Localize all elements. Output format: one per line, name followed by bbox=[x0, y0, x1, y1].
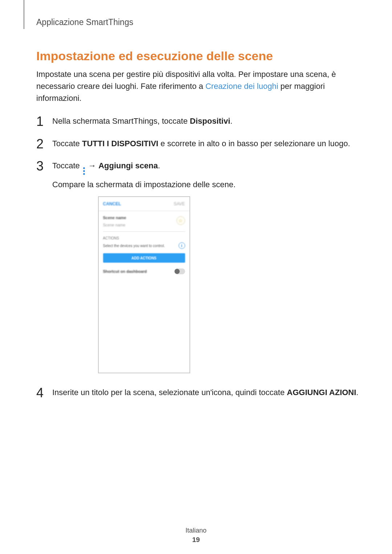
step-body: Nella schermata SmartThings, toccate Dis… bbox=[52, 114, 232, 127]
more-options-icon bbox=[83, 167, 85, 175]
step-number: 3 bbox=[36, 159, 52, 173]
step-1: 1 Nella schermata SmartThings, toccate D… bbox=[36, 114, 359, 129]
step4-text-a: Inserite un titolo per la scena, selezio… bbox=[52, 388, 287, 397]
phone-header: CANCEL SAVE bbox=[99, 197, 189, 211]
toggle-knob bbox=[175, 269, 180, 274]
step3-text-c: . bbox=[158, 161, 160, 170]
page-footer: Italiano 19 bbox=[0, 527, 392, 544]
step-number: 2 bbox=[36, 137, 52, 151]
footer-language: Italiano bbox=[0, 527, 392, 534]
step2-text-c: e scorrete in alto o in basso per selezi… bbox=[158, 139, 350, 148]
phone-cancel-button[interactable]: CANCEL bbox=[103, 201, 121, 207]
toggle-switch[interactable] bbox=[174, 268, 185, 274]
step1-text-a: Nella schermata SmartThings, toccate bbox=[52, 116, 190, 126]
step-number: 4 bbox=[36, 386, 52, 400]
margin-rule bbox=[24, 0, 24, 29]
phone-add-actions-button[interactable]: ADD ACTIONS bbox=[103, 253, 185, 263]
intro-paragraph: Impostate una scena per gestire più disp… bbox=[36, 68, 359, 104]
step3-bold: Aggiungi scena bbox=[98, 161, 158, 170]
step-body: Toccate → Aggiungi scena. Compare la sch… bbox=[52, 159, 236, 373]
phone-scene-name-section: Scene name Scene name ☆ bbox=[99, 211, 189, 230]
step-3: 3 Toccate → Aggiungi scena. Compare la s… bbox=[36, 159, 359, 373]
step-2: 2 Toccate TUTTI I DISPOSITIVI e scorrete… bbox=[36, 137, 359, 151]
phone-select-devices-row: Select the devices you want to control. … bbox=[99, 242, 189, 250]
step-body: Toccate TUTTI I DISPOSITIVI e scorrete i… bbox=[52, 137, 350, 149]
info-icon[interactable]: i bbox=[179, 242, 185, 249]
phone-save-button[interactable]: SAVE bbox=[173, 201, 185, 207]
page-number: 19 bbox=[0, 536, 392, 544]
step4-bold: AGGIUNGI AZIONI bbox=[287, 388, 356, 397]
running-header: Applicazione SmartThings bbox=[36, 17, 359, 27]
phone-select-devices-text: Select the devices you want to control. bbox=[103, 243, 165, 249]
step4-text-c: . bbox=[356, 388, 358, 397]
phone-shortcut-row: Shortcut on dashboard bbox=[99, 266, 189, 278]
star-icon[interactable]: ☆ bbox=[176, 216, 185, 225]
step2-text-a: Toccate bbox=[52, 139, 82, 148]
phone-screenshot: CANCEL SAVE Scene name Scene name ☆ ACTI… bbox=[98, 196, 190, 373]
page: Applicazione SmartThings Impostazione ed… bbox=[0, 0, 392, 554]
phone-actions-label: ACTIONS bbox=[99, 232, 189, 242]
phone-scene-name-label: Scene name bbox=[103, 215, 185, 221]
step3-text-a: Toccate bbox=[52, 161, 82, 170]
step1-bold: Dispositivi bbox=[190, 116, 230, 126]
section-heading: Impostazione ed esecuzione delle scene bbox=[36, 49, 359, 63]
step1-text-c: . bbox=[230, 116, 232, 126]
phone-shortcut-label: Shortcut on dashboard bbox=[103, 268, 147, 275]
steps-list: 1 Nella schermata SmartThings, toccate D… bbox=[36, 114, 359, 400]
step3-arrow: → bbox=[86, 161, 98, 170]
step-number: 1 bbox=[36, 114, 52, 129]
phone-scene-name-placeholder[interactable]: Scene name bbox=[103, 223, 126, 227]
phone-blank-area bbox=[99, 278, 189, 373]
step-body: Inserite un titolo per la scena, selezio… bbox=[52, 386, 358, 398]
intro-link[interactable]: Creazione dei luoghi bbox=[205, 82, 278, 91]
step2-bold: TUTTI I DISPOSITIVI bbox=[82, 139, 158, 148]
step3-subtext: Compare la schermata di impostazione del… bbox=[52, 178, 236, 190]
step-4: 4 Inserite un titolo per la scena, selez… bbox=[36, 386, 359, 400]
